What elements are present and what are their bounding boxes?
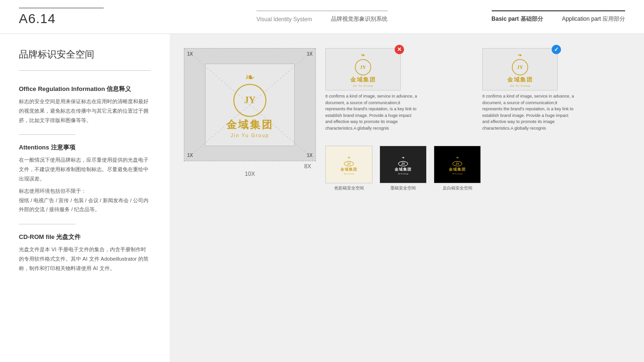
color-box-dark: ❧ JY 金域集团 Jin Yu Group (380, 146, 427, 183)
example-row-top: ❧ JY 金域集团 Jin Yu Group ✕ It confirms a k… (325, 48, 630, 132)
left-panel: 品牌标识安全空间 Office Regulation Information 信… (0, 34, 170, 362)
color-box-black: ❧ JY 金域集团 Jin Yu Group (434, 146, 481, 183)
corner-bl: 1X (187, 153, 193, 158)
section3-body: 光盘文件是本 VI 手册电子文件的集合，内含手册制作时的专用软件格式文件。其中 … (19, 245, 151, 273)
section2-body3: 报纸 / 电视广告 / 宣传 / 包装 / 会议 / 新闻发布会 / 公司内外部… (19, 196, 151, 215)
corner-tr: 1X (307, 51, 313, 57)
example-wrong: ❧ JY 金域集团 Jin Yu Group ✕ It confirms a k… (325, 48, 473, 132)
header-basic-part: Basic part 基础部分 (492, 15, 543, 23)
corner-br: 1X (307, 153, 313, 158)
logo-safety-box: 1X 1X 1X 1X ❧ JY 金域集团 Jin Yu Group (184, 48, 316, 161)
wrong-badge: ✕ (395, 45, 404, 54)
header: A6.14 Visual Identity System 品牌视觉形象识别系统 … (0, 0, 644, 34)
color-label3: 反白稿安全空间 (443, 185, 472, 191)
jin-yu-logo-color: ❧ JY 金域集团 Jin Yu Group (340, 156, 357, 174)
header-right: Basic part 基础部分 Application part 应用部分 (492, 10, 625, 23)
section-attentions: Attentions 注意事项 在一般情况下使用品牌标志，应尽量使用提供的光盘电… (19, 143, 151, 214)
jin-yu-logo-correct: ❧ JY 金域集团 Jin Yu Group (507, 51, 533, 87)
header-vis-en: Visual Identity System (256, 16, 312, 23)
ink-version: ❧ JY 金域集团 Jin Yu Group 墨稿安全空间 (380, 146, 427, 191)
section2-body1: 在一般情况下使用品牌标志，应尽量使用提供的光盘电子文件，不建议使用标准制图绘制标… (19, 156, 151, 183)
section1-body: 标志的安全空间是用来保证标志在应用时的清晰度和最好的视觉效果，避免标志在传播中与… (19, 97, 151, 125)
jin-yu-logo-ink: ❧ JY 金域集团 Jin Yu Group (395, 156, 411, 174)
color-box-cream: ❧ JY 金域集团 Jin Yu Group (325, 146, 372, 183)
section-regulation: Office Regulation Information 信息释义 标志的安全… (19, 85, 151, 125)
right-panel: 1X 1X 1X 1X ❧ JY 金域集团 Jin Yu Group 8X (170, 34, 644, 362)
correct-badge: ✓ (552, 45, 561, 54)
divider2 (19, 224, 75, 224)
corner-tl: 1X (187, 51, 193, 57)
main-content: 品牌标识安全空间 Office Regulation Information 信… (0, 34, 644, 362)
example-correct-box: ❧ JY 金域集团 Jin Yu Group ✓ (482, 48, 558, 90)
page-id: A6.14 (19, 8, 104, 26)
logo-ornament-top: ❧ (245, 72, 255, 83)
header-app-part: Application part 应用部分 (562, 15, 625, 23)
color-label2: 墨稿安全空间 (390, 185, 416, 191)
page-title: 品牌标识安全空间 (19, 48, 151, 71)
section2-body2: 标志使用环境包括但不限于： (19, 187, 151, 196)
logo-display-area: 1X 1X 1X 1X ❧ JY 金域集团 Jin Yu Group 8X (184, 48, 316, 348)
logo-circle: JY (233, 84, 266, 117)
section-cdrom: CD-ROM file 光盘文件 光盘文件是本 VI 手册电子文件的集合，内含手… (19, 233, 151, 273)
color-label1: 色彩稿安全空间 (334, 185, 364, 191)
header-vis-cn: 品牌视觉形象识别系统 (331, 15, 388, 23)
size-8x-label: 8X (184, 163, 316, 170)
color-safety-row: ❧ JY 金域集团 Jin Yu Group 色彩稿安全空间 ❧ JY (325, 146, 630, 191)
size-10x-label: 10X (184, 171, 316, 177)
reverse-version: ❧ JY 金域集团 Jin Yu Group 反白稿安全空间 (434, 146, 481, 191)
color-version: ❧ JY 金域集团 Jin Yu Group 色彩稿安全空间 (325, 146, 372, 191)
section1-title: Office Regulation Information 信息释义 (19, 85, 151, 93)
example-wrong-box: ❧ JY 金域集团 Jin Yu Group ✕ (325, 48, 401, 90)
logo-chinese: 金域集团 (226, 118, 273, 132)
logo-inner-box: ❧ JY 金域集团 Jin Yu Group (205, 64, 295, 146)
section2-title: Attentions 注意事项 (19, 143, 151, 152)
jin-yu-logo-main: ❧ JY 金域集团 Jin Yu Group (226, 72, 273, 138)
jin-yu-logo-reverse: ❧ JY 金域集团 Jin Yu Group (449, 156, 465, 174)
right-examples: ❧ JY 金域集团 Jin Yu Group ✕ It confirms a k… (325, 48, 630, 348)
header-center: Visual Identity System 品牌视觉形象识别系统 (256, 10, 388, 23)
example1-text: It confirms a kind of image, service in … (325, 93, 420, 132)
example2-text: It confirms a kind of image, service in … (482, 93, 577, 132)
divider1 (19, 134, 75, 135)
example-correct: ❧ JY 金域集团 Jin Yu Group ✓ It confirms a k… (482, 48, 630, 132)
logo-english: Jin Yu Group (231, 133, 269, 138)
jin-yu-logo-wrong: ❧ JY 金域集团 Jin Yu Group (350, 51, 376, 87)
section3-title: CD-ROM file 光盘文件 (19, 233, 151, 241)
